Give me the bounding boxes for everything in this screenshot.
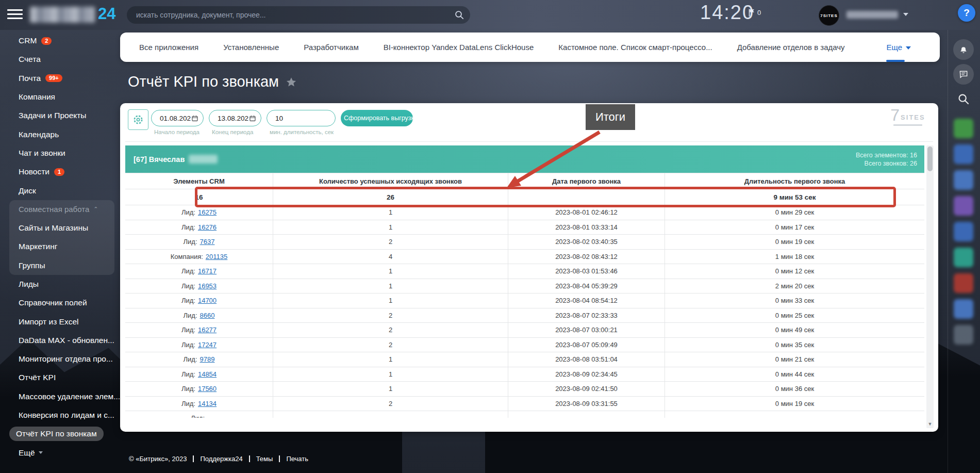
table-row: Лид:1671712023-08-03 01:53:460 мин 12 се…	[125, 264, 924, 279]
sidebar-item[interactable]: CRM2	[0, 31, 120, 50]
crm-element-link[interactable]: 14854	[198, 370, 217, 378]
sidebar-item[interactable]: Импорт из Excel	[0, 312, 120, 331]
end-date-label: Конец периода	[212, 129, 253, 135]
cell-duration: 0 мин 49 сек	[665, 323, 924, 338]
element-type-label: Лид:	[181, 282, 195, 290]
app-tile-icon[interactable]	[954, 196, 973, 216]
sidebar-item[interactable]: Ещё	[0, 444, 120, 462]
marketplace-tab[interactable]: Добавление отделов в задачу	[737, 43, 845, 52]
sidebar-item[interactable]: Массовое удаление элем...	[0, 387, 120, 406]
crm-element-link[interactable]: 7637	[200, 238, 215, 246]
sidebar-item[interactable]: Календарь	[0, 125, 120, 143]
crm-element-link[interactable]: 16717	[198, 267, 217, 275]
sidebar-item[interactable]: Сайты и Магазины	[9, 219, 114, 237]
app-tile-icon[interactable]	[954, 170, 973, 190]
min-duration-field[interactable]	[267, 110, 336, 126]
app-tile-icon[interactable]	[954, 299, 973, 319]
sidebar-item[interactable]: Почта99+	[0, 69, 120, 88]
favorite-star-icon[interactable]	[286, 76, 297, 88]
element-type-label: Лид:	[181, 223, 195, 231]
chat-icon[interactable]	[953, 64, 974, 85]
cell-crm-element: Лид:16953	[125, 279, 273, 294]
notifications-bell-icon[interactable]	[953, 39, 974, 60]
footer-item[interactable]: Темы	[256, 455, 273, 463]
app-tile-icon[interactable]	[954, 144, 973, 164]
calendar-icon[interactable]	[192, 115, 198, 122]
footer-item[interactable]: Поддержка24	[200, 455, 242, 463]
app-tile-icon[interactable]	[954, 273, 973, 293]
crm-element-link[interactable]: 17247	[198, 341, 217, 349]
sidebar-item[interactable]: Чат и звонки	[0, 144, 120, 162]
end-date-input[interactable]	[217, 114, 250, 123]
sidebar-item[interactable]: Новости1	[0, 162, 120, 181]
marketplace-tab[interactable]: Установленные	[223, 43, 279, 52]
marketplace-tab[interactable]: Все приложения	[139, 43, 198, 52]
sidebar-item-label: Справочник полей	[19, 298, 87, 307]
sidebar-item[interactable]: Совместная работа⌃	[9, 200, 114, 219]
flag-counter[interactable]: 0	[749, 9, 761, 17]
search-input[interactable]	[127, 11, 455, 19]
search-icon[interactable]	[455, 10, 464, 20]
sidebar-item[interactable]: Отчёт KPI по звонкам	[0, 425, 120, 443]
app-tile-icon[interactable]	[954, 248, 973, 267]
cell-calls: 1	[273, 382, 508, 397]
sidebar-item[interactable]: Счета	[0, 50, 120, 69]
crm-element-link[interactable]: 17560	[198, 385, 217, 393]
cell-crm-element: Лид:16717	[125, 264, 273, 279]
crm-element-link[interactable]: 16275	[198, 208, 217, 216]
crm-element-link[interactable]: 16953	[198, 282, 217, 290]
start-date-input[interactable]	[159, 114, 192, 123]
user-menu-chevron-down-icon[interactable]	[903, 13, 908, 16]
app-tile-icon[interactable]	[954, 222, 973, 241]
sidebar-item[interactable]: Конверсия по лидам и с...	[0, 406, 120, 425]
sidebar-item[interactable]: Мониторинг отдела про...	[0, 350, 120, 368]
help-button[interactable]: ?	[958, 4, 975, 22]
scrollbar-thumb[interactable]	[927, 146, 933, 171]
cell-first-call-date: 2023-08-09 03:31:55	[508, 397, 665, 412]
app-tile-icon[interactable]	[954, 119, 973, 138]
sidebar-item[interactable]: Отчёт KPI	[0, 368, 120, 387]
sidebar-item[interactable]: Маркетинг	[9, 237, 114, 256]
crm-element-link[interactable]: 14134	[198, 400, 217, 407]
sidebar-item[interactable]: Группы	[9, 256, 114, 275]
user-avatar[interactable]: 7SITES	[819, 5, 839, 26]
menu-hamburger-icon[interactable]	[7, 9, 23, 21]
sidebar-item[interactable]: Диск	[0, 181, 120, 200]
sidebar-item[interactable]: Задачи и Проекты	[0, 106, 120, 125]
username-redacted[interactable]	[846, 11, 898, 19]
sidebar-item-label: Группы	[19, 261, 45, 270]
end-date-field[interactable]	[209, 110, 261, 126]
start-date-field[interactable]	[151, 110, 204, 126]
cell-first-call-date: 2023-08-01 03:33:14	[508, 220, 665, 235]
tab-more[interactable]: Еще	[886, 32, 911, 62]
sidebar-item[interactable]: Лиды	[0, 275, 120, 293]
crm-element-link[interactable]: 9789	[200, 355, 215, 363]
calendar-icon[interactable]	[250, 115, 256, 122]
crm-element-link[interactable]: 14700	[198, 297, 217, 304]
sidebar: CRM2СчетаПочта99+КомпанияЗадачи и Проект…	[0, 30, 120, 473]
rail-search-icon[interactable]	[953, 89, 974, 109]
crm-element-link[interactable]: 201135	[206, 253, 227, 260]
scrollbar-down-arrow[interactable]: ▼	[926, 420, 934, 428]
vertical-scrollbar[interactable]: ▼	[926, 145, 934, 428]
marketplace-tab[interactable]: BI-коннектор Yandex DataLens ClickHouse	[384, 43, 534, 52]
marketplace-tab[interactable]: Кастомное поле. Список смарт-процессо...	[558, 43, 712, 52]
sidebar-item[interactable]: Справочник полей	[0, 293, 120, 312]
crm-element-link[interactable]: 16277	[198, 326, 217, 334]
generate-report-button[interactable]: Сформировать выгрузку	[341, 110, 413, 126]
app-tile-icon[interactable]	[954, 325, 973, 345]
global-search[interactable]	[127, 6, 470, 24]
sidebar-item[interactable]: DaData MAX - обновлен...	[0, 331, 120, 350]
notification-badge: 2	[41, 37, 52, 45]
footer-item[interactable]: Печать	[286, 455, 308, 463]
sidebar-item[interactable]: Компания	[0, 88, 120, 106]
settings-gear-button[interactable]	[128, 109, 148, 130]
worktime-clock[interactable]: 14:20	[700, 2, 754, 24]
element-type-label: Лид:	[181, 297, 195, 304]
min-duration-input[interactable]	[274, 114, 330, 123]
bitrix24-app: CRM2СчетаПочта99+КомпанияЗадачи и Проект…	[0, 0, 980, 473]
page-title: Отчёт KPI по звонкам	[128, 73, 279, 90]
crm-element-link[interactable]: 16276	[198, 223, 217, 231]
marketplace-tab[interactable]: Разработчикам	[304, 43, 358, 52]
crm-element-link[interactable]: 8660	[200, 312, 215, 319]
